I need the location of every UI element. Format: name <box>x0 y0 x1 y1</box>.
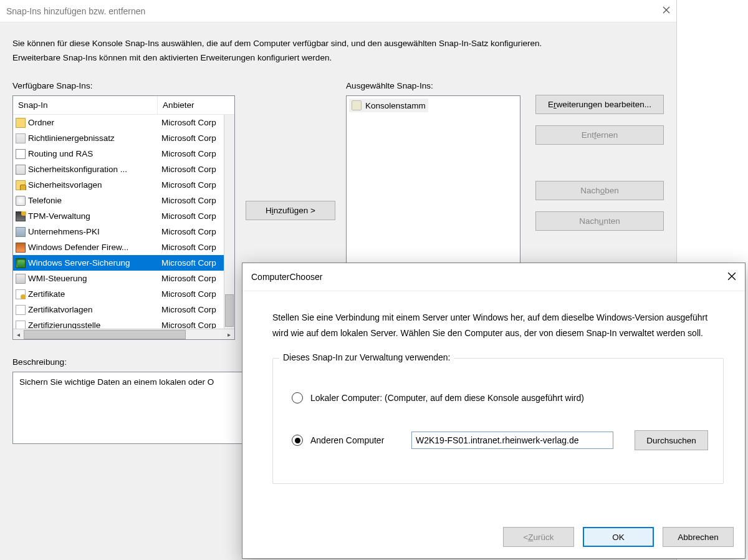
browse-button[interactable]: Durchsuchen <box>635 430 708 450</box>
snapin-name: Ordner <box>28 118 54 127</box>
vertical-scrollbar[interactable] <box>224 115 234 329</box>
chooser-intro: Stellen Sie eine Verbindung mit einem Se… <box>272 310 724 340</box>
computer-chooser-dialog: ComputerChooser Stellen Sie eine Verbind… <box>242 263 746 559</box>
remove-button[interactable]: Entfernen <box>535 125 664 145</box>
snapin-name: Richtlinienergebnissatz <box>28 133 115 143</box>
snapin-icon <box>16 321 26 329</box>
snapin-name: WMI-Steuerung <box>28 274 87 283</box>
console-root-icon <box>352 100 362 110</box>
snapin-vendor: Microsoft Corp <box>159 118 224 127</box>
scroll-thumb-h[interactable] <box>24 330 186 339</box>
snapin-name: Sicherheitskonfiguration ... <box>28 165 127 174</box>
snapins-titlebar: Snap-Ins hinzufügen bzw. entfernen <box>0 0 676 22</box>
snapin-icon <box>16 180 26 190</box>
snapin-name: Windows Server-Sicherung <box>28 258 130 268</box>
list-item[interactable]: Unternehmens-PKIMicrosoft Corp <box>13 224 224 239</box>
edit-extensions-button[interactable]: Erweiterungen bearbeiten... <box>535 95 664 114</box>
snapin-vendor: Microsoft Corp <box>159 227 224 236</box>
radio-another-label: Anderen Computer <box>310 435 404 445</box>
snapin-vendor: Microsoft Corp <box>159 258 224 268</box>
chevron-right-icon[interactable]: ▸ <box>224 329 234 340</box>
intro-text: Sie können für diese Konsole Snap-Ins au… <box>12 36 664 65</box>
list-item[interactable]: Windows Defender Firew...Microsoft Corp <box>13 239 224 255</box>
snapin-vendor: Microsoft Corp <box>159 149 224 158</box>
radio-another-computer[interactable] <box>292 435 303 446</box>
close-icon[interactable] <box>727 272 736 282</box>
radio-local-label: Lokaler Computer: (Computer, auf dem die… <box>310 393 584 403</box>
chevron-left-icon[interactable]: ◂ <box>13 329 24 340</box>
snapin-name: Unternehmens-PKI <box>28 227 100 236</box>
back-button[interactable]: < Zurück <box>503 527 574 547</box>
snapin-vendor: Microsoft Corp <box>159 289 224 299</box>
snapin-icon <box>16 211 26 221</box>
snapin-name: TPM-Verwaltung <box>28 211 90 221</box>
list-item[interactable]: Routing und RASMicrosoft Corp <box>13 146 224 162</box>
list-item[interactable]: Sicherheitskonfiguration ...Microsoft Co… <box>13 162 224 177</box>
list-item[interactable]: TPM-VerwaltungMicrosoft Corp <box>13 208 224 224</box>
list-header: Snap-In Anbieter <box>13 96 234 115</box>
chooser-title: ComputerChooser <box>251 272 322 282</box>
snapin-vendor: Microsoft Corp <box>159 274 224 283</box>
snapin-vendor: Microsoft Corp <box>159 165 224 174</box>
snapin-icon <box>16 118 26 128</box>
snapin-icon <box>16 149 26 159</box>
snapin-vendor: Microsoft Corp <box>159 180 224 190</box>
list-item[interactable]: OrdnerMicrosoft Corp <box>13 115 224 130</box>
snapin-icon <box>16 274 26 284</box>
scroll-thumb[interactable] <box>225 294 234 327</box>
snapin-icon <box>16 243 26 253</box>
list-item[interactable]: SicherheitsvorlagenMicrosoft Corp <box>13 177 224 193</box>
snapin-vendor: Microsoft Corp <box>159 305 224 314</box>
snapin-vendor: Microsoft Corp <box>159 196 224 205</box>
snapin-icon <box>16 227 26 237</box>
snapin-icon <box>16 196 26 206</box>
tree-root-label: Konsolenstamm <box>365 101 426 110</box>
list-item[interactable]: TelefonieMicrosoft Corp <box>13 193 224 208</box>
snapin-icon <box>16 133 26 143</box>
list-item[interactable]: Windows Server-SicherungMicrosoft Corp <box>13 255 224 271</box>
snapin-name: Routing und RAS <box>28 149 93 158</box>
snapin-icon <box>16 165 26 175</box>
available-snapins-list[interactable]: Snap-In Anbieter OrdnerMicrosoft CorpRic… <box>12 95 235 340</box>
list-item[interactable]: ZertifizierungsstelleMicrosoft Corp <box>13 317 224 329</box>
move-up-button[interactable]: Nach oben <box>535 181 664 200</box>
snapin-name: Sicherheitsvorlagen <box>28 180 102 190</box>
list-item[interactable]: ZertifikatvorlagenMicrosoft Corp <box>13 302 224 317</box>
computer-name-input[interactable] <box>411 432 613 449</box>
cancel-button[interactable]: Abbrechen <box>663 527 734 547</box>
group-legend: Dieses Snap-In zur Verwaltung verwenden: <box>279 352 454 362</box>
snapin-vendor: Microsoft Corp <box>159 211 224 221</box>
snapin-icon <box>16 258 26 268</box>
tree-root-item[interactable]: Konsolenstamm <box>349 99 428 112</box>
snapin-vendor: Microsoft Corp <box>159 321 224 329</box>
col-vendor[interactable]: Anbieter <box>158 96 234 114</box>
snapin-vendor: Microsoft Corp <box>159 133 224 143</box>
available-label: Verfügbare Snap-Ins: <box>12 81 235 90</box>
snapin-name: Zertifikate <box>28 289 65 299</box>
snapin-icon <box>16 305 26 315</box>
ok-button[interactable]: OK <box>583 527 654 547</box>
snapin-name: Zertifizierungsstelle <box>28 321 100 329</box>
list-item[interactable]: ZertifikateMicrosoft Corp <box>13 286 224 302</box>
snapin-name: Windows Defender Firew... <box>28 243 128 252</box>
radio-local-computer[interactable] <box>292 392 303 403</box>
snapin-name: Telefonie <box>28 196 62 205</box>
list-item[interactable]: RichtlinienergebnissatzMicrosoft Corp <box>13 130 224 146</box>
close-icon[interactable] <box>663 6 670 16</box>
add-button[interactable]: Hinzufügen > <box>246 201 335 220</box>
snapin-icon <box>16 289 26 299</box>
move-down-button[interactable]: Nach unten <box>535 211 664 231</box>
col-snapin[interactable]: Snap-In <box>13 96 158 114</box>
chooser-titlebar: ComputerChooser <box>242 263 745 291</box>
snapins-title: Snap-Ins hinzufügen bzw. entfernen <box>6 6 145 16</box>
snapin-name: Zertifikatvorlagen <box>28 305 93 314</box>
selected-label: Ausgewählte Snap-Ins: <box>346 81 520 90</box>
management-target-group: Dieses Snap-In zur Verwaltung verwenden:… <box>272 358 724 484</box>
horizontal-scrollbar[interactable]: ◂ ▸ <box>13 329 234 339</box>
list-item[interactable]: WMI-SteuerungMicrosoft Corp <box>13 271 224 286</box>
snapin-vendor: Microsoft Corp <box>159 243 224 252</box>
